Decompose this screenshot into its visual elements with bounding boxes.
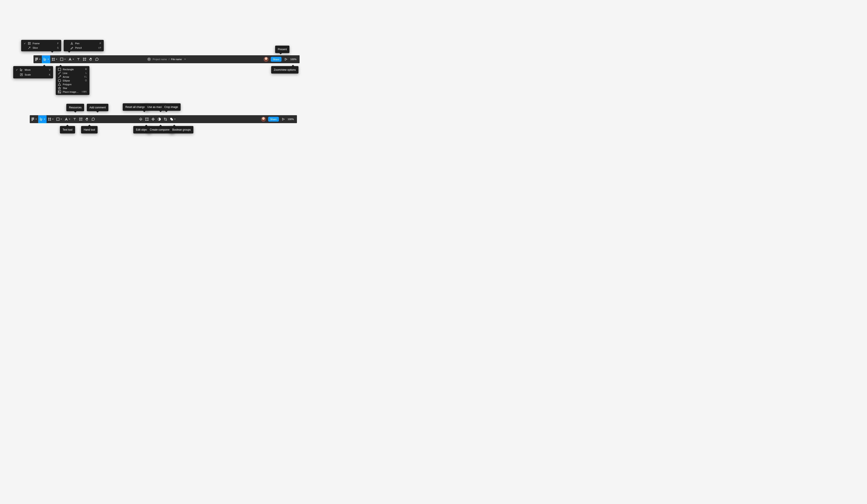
comment-tool-button[interactable] <box>94 55 100 63</box>
boolean-icon <box>170 117 173 121</box>
reset-all-button[interactable] <box>138 115 144 123</box>
tooltip-text: Present <box>278 48 287 51</box>
boolean-groups-button[interactable] <box>169 115 177 123</box>
crop-image-tooltip: Crop image <box>162 103 181 111</box>
pen-tool-button[interactable] <box>63 115 72 123</box>
text-icon <box>73 117 76 121</box>
menu-item-line[interactable]: Line L <box>56 71 89 75</box>
cursor-icon <box>20 68 23 71</box>
menu-item-move[interactable]: ✓ Move V <box>13 67 53 72</box>
text-tool-button[interactable] <box>72 115 78 123</box>
main-menu-button[interactable] <box>30 115 38 123</box>
file-breadcrumb[interactable]: Project name / File name <box>147 57 186 61</box>
move-tool-button[interactable] <box>38 115 46 123</box>
resources-icon <box>83 57 86 61</box>
use-as-mask-button[interactable] <box>156 115 162 123</box>
main-menu-button[interactable] <box>33 55 42 63</box>
present-button[interactable] <box>284 55 288 63</box>
resources-tool-button[interactable] <box>78 115 84 123</box>
checkmark-icon: ✓ <box>15 68 18 71</box>
text-icon <box>77 57 80 61</box>
present-tooltip: Present <box>275 46 289 53</box>
toolbar-bottom: Share 100% <box>30 115 297 123</box>
text-tool-button[interactable] <box>75 55 82 63</box>
user-avatar[interactable] <box>264 57 268 62</box>
pen-nib-icon <box>65 117 68 121</box>
play-icon <box>284 57 288 61</box>
svg-rect-5 <box>60 58 63 61</box>
crop-icon <box>164 117 167 121</box>
menu-item-frame[interactable]: ✓ Frame F <box>21 41 61 46</box>
share-button[interactable]: Share <box>271 57 281 62</box>
menu-item-shortcut: O <box>85 79 87 82</box>
zoom-value: 100% <box>288 118 294 120</box>
present-button[interactable] <box>281 115 286 123</box>
shape-tool-menu: Rectangle R Line L Arrow ⇧L Ellipse O Po… <box>56 66 89 95</box>
menu-item-label: Frame <box>33 42 40 45</box>
menu-item-star[interactable]: Star <box>56 86 89 90</box>
zoom-view-menu[interactable]: 100% <box>288 118 295 120</box>
breadcrumb-separator: / <box>169 58 169 61</box>
svg-point-12 <box>58 79 61 82</box>
cursor-icon <box>40 117 43 121</box>
comment-tool-button[interactable] <box>90 115 96 123</box>
menu-item-shortcut: S <box>57 47 58 49</box>
cursor-icon <box>43 57 47 61</box>
pen-tool-button[interactable] <box>67 55 75 63</box>
edit-object-button[interactable] <box>144 115 150 123</box>
team-avatar-icon <box>147 57 151 61</box>
file-name-label: File name <box>171 58 182 61</box>
shape-tool-button[interactable] <box>58 55 67 63</box>
frame-tool-button[interactable] <box>50 55 58 63</box>
svg-rect-20 <box>57 118 59 120</box>
checkmark-icon: ✓ <box>23 42 26 45</box>
zoom-view-tooltip: Zoom/view options <box>271 66 299 74</box>
menu-item-place-image[interactable]: Place image… ⇧⌘K <box>56 90 89 94</box>
svg-point-14 <box>59 91 59 92</box>
user-avatar[interactable] <box>261 117 266 121</box>
share-button[interactable]: Share <box>268 117 279 121</box>
create-component-button[interactable] <box>150 115 156 123</box>
tooltip-text: Resources <box>69 106 82 109</box>
menu-item-label: Rectangle <box>63 68 74 71</box>
hand-tool-button[interactable] <box>88 55 94 63</box>
menu-item-slice[interactable]: Slice S <box>21 46 61 50</box>
menu-item-polygon[interactable]: Polygon <box>56 82 89 86</box>
tooltip-text: Boolean groups <box>172 128 191 131</box>
menu-item-shortcut: P <box>99 42 101 45</box>
menu-item-label: Slice <box>33 46 38 49</box>
tooltip-text: Text tool <box>63 128 73 131</box>
svg-rect-19 <box>32 120 33 121</box>
menu-item-label: Pen <box>75 42 79 45</box>
add-comment-tooltip: Add comment <box>87 104 108 111</box>
resources-tool-button[interactable] <box>82 55 88 63</box>
menu-item-shortcut: K <box>49 74 51 76</box>
tooltip-text: Create component <box>150 128 172 131</box>
move-tool-button[interactable] <box>42 55 50 63</box>
svg-rect-22 <box>79 118 81 119</box>
frame-icon <box>52 57 55 61</box>
crop-image-button[interactable] <box>162 115 169 123</box>
menu-item-arrow[interactable]: Arrow ⇧L <box>56 75 89 79</box>
menu-item-rectangle[interactable]: Rectangle R <box>56 67 89 71</box>
zoom-view-menu[interactable]: 100% <box>290 58 297 61</box>
svg-rect-3 <box>37 59 38 60</box>
hand-tool-button[interactable] <box>84 115 90 123</box>
play-icon <box>281 117 285 121</box>
svg-rect-18 <box>33 119 34 120</box>
menu-item-shortcut: V <box>49 69 51 71</box>
menu-item-pencil[interactable]: Pencil ⇧P <box>64 46 104 50</box>
menu-item-ellipse[interactable]: Ellipse O <box>56 79 89 82</box>
frame-tool-button[interactable] <box>46 115 55 123</box>
frame-icon <box>28 42 31 45</box>
star-icon <box>58 87 61 90</box>
menu-item-scale[interactable]: Scale K <box>13 72 53 77</box>
tooltip-text: Add comment <box>89 106 106 109</box>
move-tool-menu: ✓ Move V Scale K <box>13 66 53 78</box>
pen-nib-icon <box>70 42 73 45</box>
shape-tool-button[interactable] <box>55 115 63 123</box>
chevron-down-icon <box>184 59 186 60</box>
menu-item-shortcut: ⇧P <box>98 47 101 49</box>
scale-icon <box>20 73 23 76</box>
menu-item-pen[interactable]: Pen P <box>64 41 104 46</box>
